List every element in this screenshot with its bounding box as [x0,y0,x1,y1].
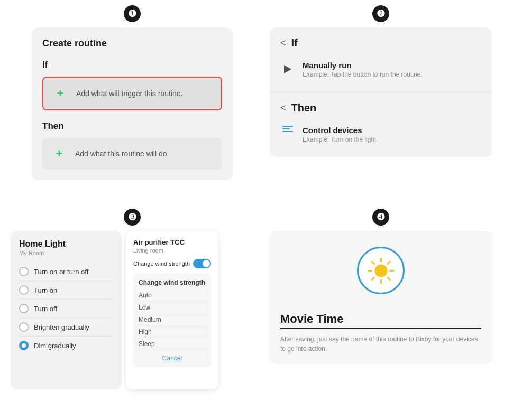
svg-line-7 [388,262,390,264]
air-purifier-card: Air purifier TCC Living room Change wind… [126,231,218,389]
if-header: < If [280,37,481,49]
if-then-card: < If Manually run Example: Tap the butto… [270,27,492,157]
svg-line-8 [372,277,374,279]
play-triangle-icon [284,65,291,73]
quadrant-4: ❹ Movie Time After saving, just say [259,209,502,407]
toggle-knob [203,260,210,267]
then-section: < Then Control devices Example: Turn on … [270,92,492,157]
routine-name-description: After saving, just say the name of this … [280,334,481,353]
radio-circle-3 [19,322,29,332]
quadrant-1: ❶ Create routine If + Add what will trig… [11,5,254,203]
then-title: Then [291,102,317,114]
radio-label-0: Turn on or turn off [34,268,88,276]
play-icon [280,62,295,77]
svg-line-5 [372,262,374,264]
if-section: < If Manually run Example: Tap the butto… [270,27,492,92]
lines-icon [282,126,293,132]
create-routine-card: Create routine If + Add what will trigge… [32,27,233,180]
home-light-title: Home Light [19,239,113,249]
wind-toggle-switch[interactable] [193,259,211,268]
movie-time-card: Movie Time After saving, just say the na… [270,231,492,364]
radio-label-3: Brighten gradually [34,323,89,331]
radio-item-0[interactable]: Turn on or turn off [19,263,113,281]
then-row[interactable]: + Add what this routine will do. [42,138,222,170]
then-back-arrow-icon[interactable]: < [280,102,286,114]
step-number-1: ❶ [124,5,141,22]
manually-run-row[interactable]: Manually run Example: Tap the button to … [280,57,481,82]
manually-run-info: Manually run Example: Tap the button to … [303,61,423,78]
cancel-button[interactable]: Cancel [139,354,206,362]
wind-toggle-label: Change wind strength [133,260,190,267]
manually-run-label: Manually run [303,61,423,70]
sun-icon [367,256,396,285]
if-label-1: If [42,60,222,70]
control-devices-label: Control devices [303,126,376,135]
wind-option-low[interactable]: Low [139,302,206,314]
radio-label-4: Dim gradually [34,342,76,350]
control-devices-info: Control devices Example: Turn on the lig… [303,126,376,143]
svg-line-6 [388,277,390,279]
add-action-icon-box: + [50,144,69,163]
then-header: < Then [280,102,481,114]
add-action-plus-icon: + [56,147,63,161]
then-label-1: Then [42,121,222,132]
add-trigger-plus-icon: + [57,87,64,100]
radio-item-4[interactable]: Dim gradually [19,337,113,354]
wind-option-auto[interactable]: Auto [139,290,206,302]
step-number-2: ❷ [372,5,389,22]
if-back-arrow-icon[interactable]: < [280,38,286,49]
main-grid: ❶ Create routine If + Add what will trig… [5,0,508,412]
home-light-card: Home Light My Room Turn on or turn off T… [11,231,122,389]
quadrant-2: ❷ < If Manually run Example: Tap the but… [259,5,502,203]
control-devices-row[interactable]: Control devices Example: Turn on the lig… [280,122,481,147]
wind-options-label: Change wind strength [139,279,206,286]
radio-item-1[interactable]: Turn on [19,281,113,300]
wind-option-high[interactable]: High [139,326,206,338]
radio-circle-0 [19,267,29,276]
radio-circle-1 [19,285,29,295]
step-number-3: ❸ [124,209,141,226]
step-number-4: ❹ [372,209,389,226]
routine-name-text[interactable]: Movie Time [280,310,481,328]
if-title: If [291,37,298,49]
then-placeholder-text: Add what this routine will do. [75,150,169,158]
wind-option-sleep[interactable]: Sleep [139,338,206,350]
line1 [282,126,293,127]
q3-container: Home Light My Room Turn on or turn off T… [11,231,254,389]
trigger-placeholder-text: Add what will trigger this routine. [76,89,183,98]
card-title: Create routine [42,38,222,49]
ap-subtitle: Living room [133,247,211,254]
radio-label-2: Turn off [34,305,57,313]
trigger-row[interactable]: + Add what will trigger this routine. [42,77,222,110]
routine-name-container: Movie Time [280,310,481,329]
line3 [282,131,293,132]
control-devices-desc: Example: Turn on the light [303,136,376,143]
ap-title: Air purifier TCC [133,238,211,246]
svg-point-0 [374,264,387,277]
radio-label-1: Turn on [34,286,57,294]
radio-circle-4 [19,341,29,350]
radio-item-3[interactable]: Brighten gradually [19,318,113,337]
control-devices-icon [280,126,295,132]
line2 [282,128,290,129]
radio-circle-2 [19,304,29,313]
manually-run-desc: Example: Tap the button to run the routi… [303,71,423,78]
add-trigger-icon-box: + [51,84,70,103]
wind-option-medium[interactable]: Medium [139,314,206,326]
quadrant-3: ❸ Home Light My Room Turn on or turn off… [11,209,254,407]
home-light-subtitle: My Room [19,250,113,256]
wind-toggle-row[interactable]: Change wind strength [133,259,211,268]
sun-icon-container [357,247,405,294]
radio-item-2[interactable]: Turn off [19,300,113,318]
